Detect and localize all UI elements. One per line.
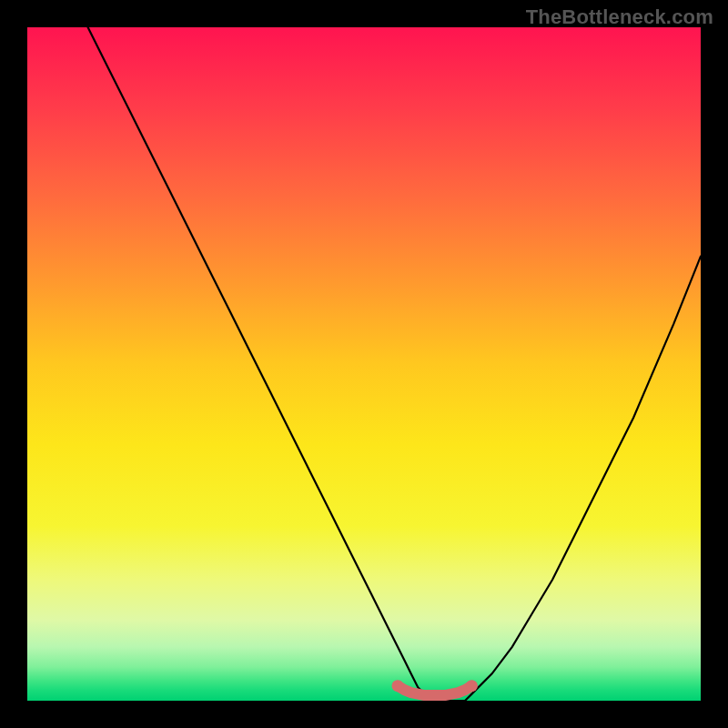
curve-svg — [27, 27, 701, 701]
floor-dot-left — [392, 680, 404, 692]
watermark-text: TheBottleneck.com — [526, 5, 713, 29]
floor-band — [398, 686, 471, 695]
plot-area — [27, 27, 701, 701]
chart-frame: TheBottleneck.com — [0, 0, 728, 728]
bottleneck-curve — [88, 27, 701, 701]
floor-dot-right — [466, 680, 478, 692]
